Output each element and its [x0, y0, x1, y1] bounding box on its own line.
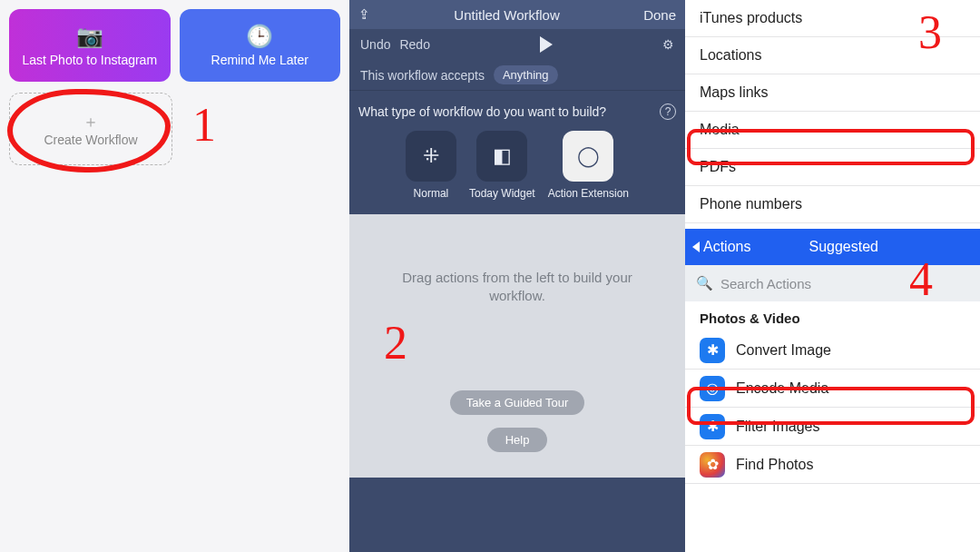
atom-icon: ✱ — [700, 414, 725, 439]
atom-icon: ✱ — [700, 338, 725, 363]
action-item[interactable]: ✱ Filter Images — [685, 408, 980, 446]
search-actions-input[interactable]: 🔍 Search Actions — [685, 265, 980, 301]
search-icon: 🔍 — [696, 275, 713, 291]
share-icon[interactable]: ⇪ — [358, 6, 370, 23]
action-label: Find Photos — [736, 457, 813, 473]
workflow-title: Untitled Workflow — [370, 7, 643, 23]
create-workflow-button[interactable]: ＋ Create Workflow — [9, 93, 172, 165]
editor-titlebar: ⇪ Untitled Workflow Done — [349, 0, 685, 29]
normal-icon: ⁜ — [406, 131, 456, 182]
guided-tour-button[interactable]: Take a Guided Tour — [450, 390, 585, 415]
chevron-left-icon — [692, 242, 700, 252]
tile-label: Last Photo to Instagram — [22, 53, 157, 67]
tile-label: Remind Me Later — [211, 53, 309, 67]
category-item[interactable]: PDFs — [685, 149, 980, 186]
gear-icon[interactable]: ⚙ — [662, 37, 674, 52]
widget-icon: ◧ — [476, 131, 527, 182]
panel-workflow-editor: ⇪ Untitled Workflow Done Undo Redo ⚙ Thi… — [349, 0, 685, 552]
category-item[interactable]: Locations — [685, 37, 980, 74]
accepts-value[interactable]: Anything — [494, 65, 558, 84]
workflow-type-today-widget[interactable]: ◧ Today Widget — [469, 131, 535, 200]
annotation-number-1: 1 — [192, 98, 216, 152]
play-icon[interactable] — [540, 36, 553, 53]
build-prompt: What type of workflow do you want to bui… — [358, 104, 606, 119]
encode-icon: ◎ — [700, 376, 725, 401]
panel-workflow-list: 📷 Last Photo to Instagram 🕒 Remind Me La… — [0, 0, 349, 552]
category-item[interactable]: Maps links — [685, 74, 980, 112]
photos-icon: ✿ — [700, 452, 725, 478]
create-label: Create Workflow — [44, 133, 137, 147]
action-label: Convert Image — [736, 342, 831, 359]
undo-button[interactable]: Undo — [360, 37, 390, 52]
panel-actions-browser: iTunes products Locations Maps links Med… — [685, 0, 980, 552]
tile-last-photo-instagram[interactable]: 📷 Last Photo to Instagram — [9, 9, 171, 82]
action-item-encode-media[interactable]: ◎ Encode Media — [685, 370, 980, 408]
redo-button[interactable]: Redo — [399, 37, 429, 52]
action-item[interactable]: ✿ Find Photos — [685, 446, 980, 484]
category-item-media[interactable]: Media — [685, 112, 980, 149]
clock-icon: 🕒 — [246, 24, 273, 49]
action-label: Filter Images — [736, 419, 819, 435]
action-label: Encode Media — [736, 380, 828, 397]
editor-workspace: Drag actions from the left to build your… — [349, 214, 685, 478]
header-title: Suggested — [714, 239, 973, 255]
camera-icon: 📷 — [76, 24, 103, 49]
plus-icon: ＋ — [83, 111, 99, 133]
type-label: Normal — [406, 187, 456, 200]
type-label: Today Widget — [469, 187, 535, 200]
action-extension-icon: ◯ — [563, 131, 613, 182]
section-header: Photos & Video — [685, 301, 980, 331]
help-button[interactable]: Help — [487, 428, 548, 452]
workflow-type-normal[interactable]: ⁜ Normal — [406, 131, 456, 200]
done-button[interactable]: Done — [643, 7, 676, 23]
search-placeholder: Search Actions — [720, 276, 811, 291]
tile-remind-me-later[interactable]: 🕒 Remind Me Later — [180, 9, 341, 82]
category-item[interactable]: Phone numbers — [685, 186, 980, 223]
workspace-hint: Drag actions from the left to build your… — [377, 269, 658, 306]
type-label: Action Extension — [548, 187, 629, 200]
workflow-type-action-extension[interactable]: ◯ Action Extension — [548, 131, 629, 200]
action-item[interactable]: ✱ Convert Image — [685, 331, 980, 370]
category-list: iTunes products Locations Maps links Med… — [685, 0, 980, 223]
accepts-label: This workflow accepts — [360, 68, 485, 83]
category-item[interactable]: iTunes products — [685, 0, 980, 37]
help-icon[interactable]: ? — [660, 104, 676, 120]
